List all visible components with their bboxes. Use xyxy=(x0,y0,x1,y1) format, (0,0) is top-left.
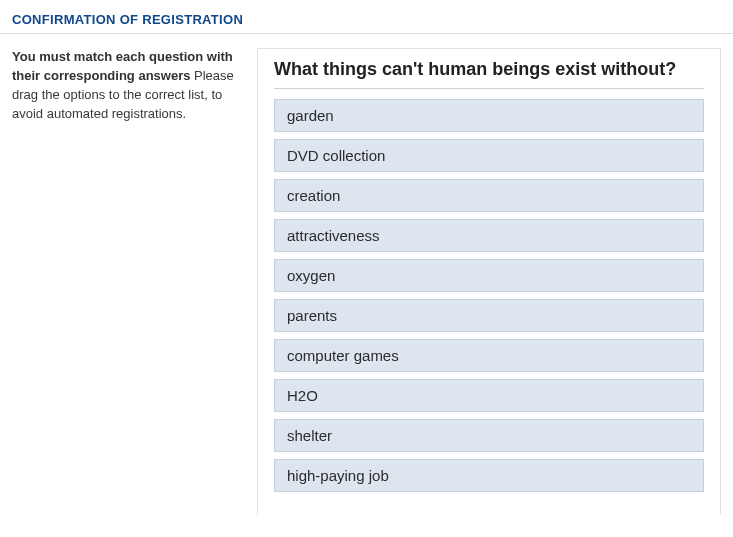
option-item[interactable]: oxygen xyxy=(274,259,704,292)
option-item[interactable]: high-paying job xyxy=(274,459,704,492)
option-item[interactable]: creation xyxy=(274,179,704,212)
question-panel: What things can't human beings exist wit… xyxy=(257,48,721,515)
section-header-title: CONFIRMATION OF REGISTRATION xyxy=(12,12,243,27)
question-text: What things can't human beings exist wit… xyxy=(274,59,704,89)
option-item[interactable]: garden xyxy=(274,99,704,132)
instructions: You must match each question with their … xyxy=(12,48,237,515)
main-area: You must match each question with their … xyxy=(0,34,733,527)
option-item[interactable]: computer games xyxy=(274,339,704,372)
section-header: CONFIRMATION OF REGISTRATION xyxy=(0,0,733,34)
option-item[interactable]: shelter xyxy=(274,419,704,452)
option-item[interactable]: DVD collection xyxy=(274,139,704,172)
option-item[interactable]: parents xyxy=(274,299,704,332)
option-item[interactable]: attractiveness xyxy=(274,219,704,252)
option-item[interactable]: H2O xyxy=(274,379,704,412)
options-list: garden DVD collection creation attractiv… xyxy=(274,99,704,492)
